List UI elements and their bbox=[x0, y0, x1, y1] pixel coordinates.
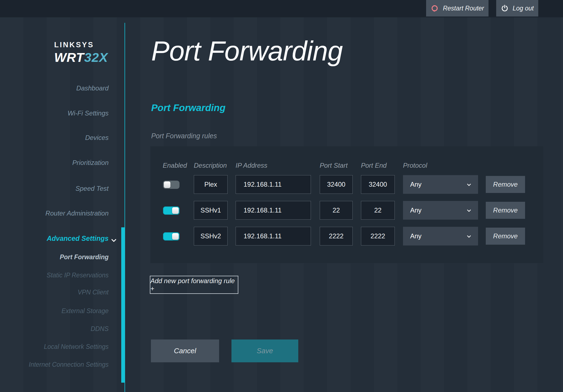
top-bar: Restart Router Log out bbox=[0, 0, 563, 17]
remove-label: Remove bbox=[493, 206, 518, 214]
sidebar-item-internet-connection-settings[interactable]: Internet Connection Settings bbox=[11, 361, 109, 368]
page-title: Port Forwarding bbox=[151, 35, 343, 67]
logout-button[interactable]: Log out bbox=[496, 0, 538, 16]
logo-model-suffix: 32X bbox=[84, 50, 108, 65]
remove-label: Remove bbox=[493, 181, 518, 188]
power-icon bbox=[501, 4, 509, 12]
protocol-select[interactable]: Any bbox=[403, 201, 478, 220]
sidebar-item-prioritization[interactable]: Prioritization bbox=[11, 159, 109, 167]
sidebar-item-advanced-settings[interactable]: Advanced Settings bbox=[11, 234, 109, 242]
sidebar-item-dashboard[interactable]: Dashboard bbox=[11, 84, 109, 92]
sidebar-item-external-storage[interactable]: External Storage bbox=[11, 307, 109, 315]
active-section-indicator-bar bbox=[121, 227, 125, 383]
restart-router-label: Restart Router bbox=[443, 5, 484, 12]
toggle-knob bbox=[172, 207, 179, 214]
remove-label: Remove bbox=[493, 232, 518, 240]
sidebar-item-port-forwarding[interactable]: Port Forwarding bbox=[11, 253, 109, 261]
header-port-end: Port End bbox=[361, 162, 387, 169]
chevron-down-icon bbox=[466, 182, 472, 188]
sidebar-item-vpn-client[interactable]: VPN Client bbox=[11, 289, 109, 296]
cancel-button[interactable]: Cancel bbox=[151, 339, 219, 362]
remove-rule-button[interactable]: Remove bbox=[486, 228, 525, 245]
add-rule-button[interactable]: Add new port forwarding rule + bbox=[150, 276, 238, 294]
logo-brand: LINKSYS bbox=[54, 41, 112, 49]
port-start-input[interactable] bbox=[320, 227, 353, 245]
restart-router-button[interactable]: Restart Router bbox=[426, 0, 489, 16]
rules-label: Port Forwarding rules bbox=[151, 132, 217, 140]
chevron-down-icon bbox=[466, 208, 472, 214]
description-input[interactable] bbox=[194, 175, 228, 194]
restart-icon bbox=[430, 4, 439, 12]
enabled-toggle[interactable] bbox=[163, 181, 180, 189]
sidebar-item-devices[interactable]: Devices bbox=[11, 134, 109, 142]
header-port-start: Port Start bbox=[320, 162, 347, 169]
section-title: Port Forwarding bbox=[151, 102, 225, 113]
logo-model: WRT32X bbox=[54, 50, 112, 65]
port-end-input[interactable] bbox=[361, 227, 395, 245]
sidebar-item-static-ip-reservations[interactable]: Static IP Reservations bbox=[11, 272, 109, 279]
enabled-toggle[interactable] bbox=[163, 232, 180, 241]
protocol-value: Any bbox=[410, 181, 421, 188]
sidebar-item-speed-test[interactable]: Speed Test bbox=[11, 185, 109, 192]
toggle-knob bbox=[172, 233, 179, 240]
protocol-value: Any bbox=[410, 232, 421, 240]
sidebar-divider-line bbox=[125, 23, 125, 392]
port-start-input[interactable] bbox=[320, 175, 353, 194]
port-end-input[interactable] bbox=[361, 201, 395, 220]
port-end-input[interactable] bbox=[361, 175, 395, 194]
protocol-select[interactable]: Any bbox=[403, 175, 478, 194]
sidebar-item-router-administration[interactable]: Router Administration bbox=[11, 209, 109, 217]
sidebar-item-ddns[interactable]: DDNS bbox=[11, 325, 109, 333]
header-ip-address: IP Address bbox=[236, 162, 267, 169]
linksys-logo: LINKSYS WRT32X bbox=[54, 41, 112, 65]
logo-model-prefix: WRT bbox=[54, 50, 84, 65]
router-admin-page: Restart Router Log out LINKSYS WRT32X Da… bbox=[0, 0, 563, 392]
sidebar-item-local-network-settings[interactable]: Local Network Settings bbox=[11, 343, 109, 350]
port-start-input[interactable] bbox=[320, 201, 353, 220]
toggle-knob bbox=[164, 181, 170, 188]
header-enabled: Enabled bbox=[163, 162, 187, 169]
ip-address-input[interactable] bbox=[236, 227, 311, 245]
save-button[interactable]: Save bbox=[231, 339, 298, 362]
logout-label: Log out bbox=[513, 5, 534, 12]
enabled-toggle[interactable] bbox=[163, 206, 180, 215]
chevron-down-icon bbox=[110, 236, 118, 244]
remove-rule-button[interactable]: Remove bbox=[486, 202, 525, 219]
header-description: Description bbox=[194, 162, 227, 169]
description-input[interactable] bbox=[194, 227, 228, 245]
description-input[interactable] bbox=[194, 201, 228, 220]
save-label: Save bbox=[257, 347, 273, 355]
chevron-down-icon bbox=[466, 233, 472, 239]
ip-address-input[interactable] bbox=[236, 175, 311, 194]
cancel-label: Cancel bbox=[174, 347, 196, 355]
protocol-value: Any bbox=[410, 206, 421, 214]
add-rule-label: Add new port forwarding rule + bbox=[150, 277, 238, 292]
protocol-select[interactable]: Any bbox=[403, 227, 478, 245]
ip-address-input[interactable] bbox=[236, 201, 311, 220]
header-protocol: Protocol bbox=[403, 162, 427, 169]
sidebar-item-wifi-settings[interactable]: Wi-Fi Settings bbox=[11, 109, 109, 117]
remove-rule-button[interactable]: Remove bbox=[486, 176, 525, 193]
